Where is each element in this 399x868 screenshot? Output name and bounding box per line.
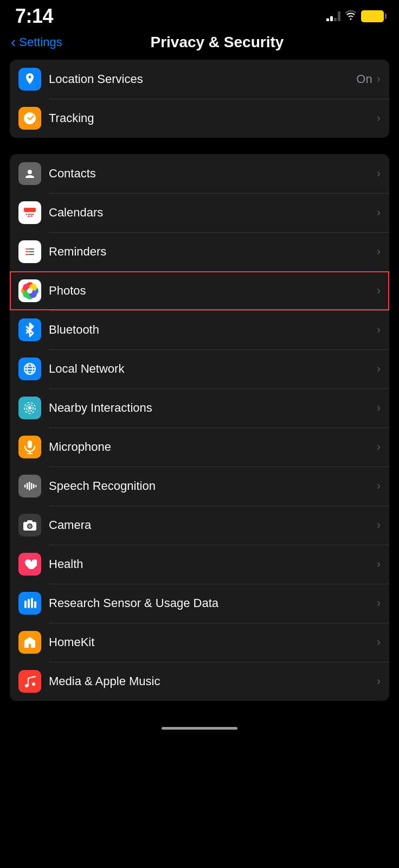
svg-rect-40 (31, 483, 33, 489)
svg-point-8 (29, 214, 30, 215)
media-apple-music-label: Media & Apple Music (49, 674, 377, 688)
status-time: 7:14 (15, 5, 53, 28)
research-sensor-chevron: › (377, 596, 381, 610)
svg-point-25 (27, 288, 33, 293)
tracking-icon (18, 107, 41, 130)
camera-chevron: › (377, 518, 381, 532)
research-sensor-icon (18, 592, 41, 615)
row-speech-recognition[interactable]: Speech Recognition › (10, 467, 389, 506)
row-contacts[interactable]: Contacts › (10, 154, 389, 193)
local-network-label: Local Network (49, 362, 377, 376)
svg-rect-50 (34, 601, 36, 608)
location-services-chevron: › (377, 72, 381, 86)
back-button[interactable]: ‹ Settings (11, 34, 62, 51)
camera-icon (18, 514, 41, 537)
tracking-chevron: › (377, 111, 381, 125)
row-tracking[interactable]: Tracking › (10, 99, 389, 138)
svg-line-53 (28, 676, 35, 678)
contacts-icon (18, 162, 41, 185)
location-services-label: Location Services (49, 72, 356, 86)
photos-label: Photos (49, 284, 377, 298)
row-research-sensor[interactable]: Research Sensor & Usage Data › (10, 584, 389, 623)
svg-rect-41 (33, 484, 35, 488)
row-media-apple-music[interactable]: Media & Apple Music › (10, 662, 389, 701)
svg-point-45 (28, 525, 31, 528)
calendars-label: Calendars (49, 206, 377, 220)
calendars-icon: 13 (18, 201, 41, 224)
microphone-icon (18, 436, 41, 458)
reminders-label: Reminders (49, 245, 377, 259)
row-nearby-interactions[interactable]: Nearby Interactions › (10, 388, 389, 427)
home-indicator-area (0, 717, 399, 739)
local-network-icon (18, 358, 41, 380)
svg-rect-42 (35, 485, 37, 487)
section-privacy: Contacts › 13 Calendars › (10, 154, 389, 701)
svg-rect-48 (28, 599, 30, 608)
row-homekit[interactable]: HomeKit › (10, 623, 389, 662)
battery-icon: ⚡ (361, 10, 384, 22)
svg-text:13: 13 (27, 213, 33, 218)
row-location-services[interactable]: Location Services On › (10, 60, 389, 99)
row-health[interactable]: Health › (10, 545, 389, 584)
contacts-chevron: › (377, 167, 381, 181)
location-services-icon (18, 68, 41, 91)
wifi-icon (345, 10, 357, 23)
status-bar: 7:14 ⚡ (0, 0, 399, 29)
health-label: Health (49, 557, 377, 571)
svg-point-0 (28, 170, 32, 174)
svg-rect-37 (24, 484, 26, 488)
row-photos[interactable]: Photos › (10, 271, 389, 310)
svg-point-31 (28, 406, 31, 410)
back-label: Settings (19, 35, 62, 49)
tracking-label: Tracking (49, 111, 377, 125)
reminders-chevron: › (377, 245, 381, 259)
photos-icon (18, 279, 41, 302)
nearby-interactions-icon (18, 397, 41, 419)
row-microphone[interactable]: Microphone › (10, 427, 389, 467)
svg-rect-5 (24, 208, 36, 212)
health-chevron: › (377, 557, 381, 571)
homekit-chevron: › (377, 635, 381, 649)
row-calendars[interactable]: 13 Calendars › (10, 193, 389, 232)
nav-header: ‹ Settings Privacy & Security (0, 29, 399, 60)
home-indicator (162, 727, 237, 730)
svg-rect-39 (29, 482, 30, 490)
local-network-chevron: › (377, 362, 381, 376)
svg-rect-38 (27, 483, 28, 489)
row-camera[interactable]: Camera › (10, 506, 389, 545)
homekit-icon (18, 631, 41, 654)
location-services-value: On (356, 72, 372, 86)
speech-recognition-chevron: › (377, 479, 381, 493)
row-bluetooth[interactable]: Bluetooth › (10, 310, 389, 349)
page-title: Privacy & Security (68, 34, 366, 51)
speech-recognition-label: Speech Recognition (49, 479, 377, 493)
photos-chevron: › (377, 284, 381, 298)
svg-rect-46 (27, 520, 33, 522)
nearby-interactions-chevron: › (377, 401, 381, 415)
bluetooth-chevron: › (377, 323, 381, 337)
svg-point-51 (25, 684, 28, 687)
homekit-label: HomeKit (49, 635, 377, 649)
svg-rect-34 (28, 441, 32, 448)
microphone-chevron: › (377, 440, 381, 454)
media-apple-music-icon (18, 670, 41, 693)
contacts-label: Contacts (49, 167, 377, 181)
health-icon (18, 553, 41, 576)
row-reminders[interactable]: Reminders › (10, 232, 389, 271)
bluetooth-label: Bluetooth (49, 323, 377, 337)
svg-point-9 (33, 214, 34, 215)
research-sensor-label: Research Sensor & Usage Data (49, 596, 377, 610)
media-apple-music-chevron: › (377, 674, 381, 688)
svg-point-7 (26, 214, 27, 215)
camera-label: Camera (49, 518, 377, 532)
row-local-network[interactable]: Local Network › (10, 349, 389, 388)
microphone-label: Microphone (49, 440, 377, 454)
speech-recognition-icon (18, 475, 41, 497)
section-location: Location Services On › Tracking › (10, 60, 389, 138)
nearby-interactions-label: Nearby Interactions (49, 401, 377, 415)
status-icons: ⚡ (326, 10, 384, 23)
calendars-chevron: › (377, 206, 381, 220)
bluetooth-icon (18, 318, 41, 341)
svg-rect-49 (31, 598, 33, 608)
signal-icon (326, 11, 340, 21)
